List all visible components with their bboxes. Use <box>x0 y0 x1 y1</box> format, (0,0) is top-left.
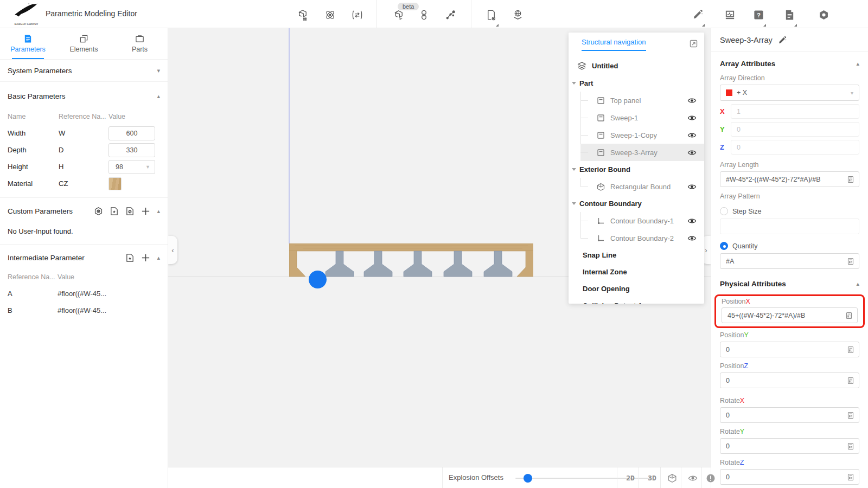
height-value-select[interactable]: 98 ▼ <box>108 160 155 174</box>
array-attributes-header[interactable]: Array Attributes ▴ <box>711 52 868 72</box>
intermediate-row-a[interactable]: A #floor((#W-45... <box>0 285 168 302</box>
warnings-button[interactable] <box>702 467 719 488</box>
view-3d-button[interactable]: 3D <box>641 467 663 488</box>
position-y-input[interactable] <box>726 346 847 354</box>
tree-group-exterior-bound[interactable]: Exterior Bound <box>569 161 704 178</box>
axis-y-input[interactable] <box>737 126 853 133</box>
chevron-up-icon[interactable]: ▴ <box>157 254 160 261</box>
structural-navigation-tab[interactable]: Structural navigation <box>582 38 646 51</box>
divider <box>0 244 168 245</box>
cube-fx-icon[interactable] <box>392 8 406 22</box>
add-parameter-icon[interactable] <box>141 253 150 262</box>
swap-icon[interactable] <box>350 8 364 22</box>
visibility-eye-icon[interactable] <box>687 96 697 105</box>
add-parameter-icon[interactable] <box>141 207 150 216</box>
visibility-toggle-button[interactable] <box>682 467 703 488</box>
formula-calculator-icon[interactable] <box>847 442 854 450</box>
position-x-input[interactable] <box>727 312 845 319</box>
tree-item-sweep-3-array[interactable]: Sweep-3-Array <box>580 144 704 161</box>
isometric-cube-button[interactable] <box>662 467 682 488</box>
tab-elements[interactable]: Elements <box>56 28 112 59</box>
sidebar-collapse-handle[interactable]: ‹ <box>168 236 177 264</box>
pencil-icon[interactable] <box>690 8 704 22</box>
array-length-label: Array Length <box>711 159 868 171</box>
atom-icon[interactable] <box>323 8 337 22</box>
material-swatch[interactable] <box>108 177 122 190</box>
chevron-up-icon[interactable]: ▴ <box>157 208 160 215</box>
formula-calculator-icon[interactable] <box>847 412 854 419</box>
intermediate-row-b[interactable]: B #floor((#W-45... <box>0 302 168 319</box>
tree-item-sweep-1-copy[interactable]: Sweep-1-Copy <box>580 126 704 144</box>
preview-hex-icon[interactable] <box>94 207 103 216</box>
position-z-input[interactable] <box>726 377 847 384</box>
formula-calculator-icon[interactable] <box>847 473 854 481</box>
visibility-eye-icon[interactable] <box>687 182 697 191</box>
rotate-z-input[interactable] <box>726 473 847 481</box>
system-parameters-header[interactable]: System Parameters ▾ <box>0 60 168 81</box>
globe-layers-icon[interactable] <box>510 8 525 22</box>
visibility-eye-icon[interactable] <box>687 148 697 157</box>
quantity-radio-row[interactable]: Quantity <box>711 234 868 253</box>
visibility-eye-icon[interactable] <box>687 113 697 123</box>
tree-group-snap-line[interactable]: Snap Line <box>574 247 704 264</box>
step-size-radio[interactable] <box>720 207 728 215</box>
tree-item-contour-boundary-2[interactable]: Contour Boundary-2 <box>580 229 704 247</box>
step-size-input[interactable] <box>726 223 854 230</box>
depth-value-input[interactable] <box>108 143 155 157</box>
formula-calculator-icon[interactable] <box>847 377 854 384</box>
model-3d-view[interactable] <box>289 243 533 277</box>
import-star-icon[interactable] <box>125 253 135 262</box>
tree-item-label: Sweep-1-Copy <box>610 131 657 139</box>
settings-nut-icon[interactable] <box>816 8 831 22</box>
tree-root-untitled[interactable]: Untitled <box>569 56 704 75</box>
tab-parameters[interactable]: Parameters <box>0 28 56 59</box>
axis-z-input[interactable] <box>737 144 853 151</box>
visibility-eye-icon[interactable] <box>687 234 697 243</box>
import-star-icon[interactable] <box>110 207 119 216</box>
tree-item-top-panel[interactable]: Top panel <box>580 92 704 109</box>
activity-icon[interactable] <box>723 8 737 22</box>
formula-calculator-icon[interactable] <box>847 346 854 354</box>
tree-item-sweep-1[interactable]: Sweep-1 <box>580 109 704 126</box>
array-direction-select[interactable]: + X ▾ <box>720 85 859 101</box>
tree-item-rectangular-bound[interactable]: Rectangular Bound <box>580 178 704 195</box>
basic-parameters-header[interactable]: Basic Parameters ▴ <box>0 85 168 107</box>
cube-array-icon[interactable] <box>296 8 310 22</box>
tree-group-door-opening[interactable]: Door Opening <box>574 280 704 297</box>
tree-group-part[interactable]: Part <box>569 75 704 92</box>
tree-group-collision-detect-area[interactable]: Collision Detect Area <box>574 297 704 304</box>
help-icon[interactable]: ? <box>751 8 765 22</box>
view-2d-button[interactable]: 2D <box>620 467 641 488</box>
part-attributes-header[interactable]: Part Attributes ▴ <box>711 485 868 488</box>
app-logo[interactable]: SeaGull Cabinet <box>10 2 42 27</box>
array-length-input[interactable] <box>726 176 847 183</box>
node-graph-icon[interactable] <box>443 8 457 22</box>
formula-calculator-icon[interactable] <box>847 258 854 265</box>
expand-panel-icon[interactable] <box>690 40 698 50</box>
document-gear-icon[interactable] <box>484 8 498 22</box>
origin-marker-dot[interactable] <box>309 271 327 288</box>
rotate-y-input[interactable] <box>726 442 847 450</box>
quantity-radio[interactable] <box>720 242 728 250</box>
divider <box>639 467 639 488</box>
step-size-radio-row[interactable]: Step Size <box>711 203 868 219</box>
explosion-slider-thumb[interactable] <box>524 474 532 483</box>
sweep-ribs <box>326 251 512 277</box>
export-circle-icon[interactable] <box>125 207 135 216</box>
tree-group-contour-boundary[interactable]: Contour Boundary <box>569 195 704 212</box>
tree-group-internal-zone[interactable]: Internal Zone <box>574 264 704 280</box>
rename-pencil-icon[interactable] <box>778 36 787 44</box>
quantity-input[interactable] <box>726 258 847 265</box>
width-value-input[interactable] <box>108 126 155 140</box>
tab-parts[interactable]: Parts <box>112 28 168 59</box>
formula-calculator-icon[interactable] <box>847 176 854 183</box>
visibility-eye-icon[interactable] <box>687 216 697 226</box>
physical-attributes-header[interactable]: Physical Attributes ▴ <box>711 269 868 292</box>
rotate-x-input[interactable] <box>726 412 847 419</box>
link-icon[interactable] <box>417 8 431 22</box>
formula-calculator-icon[interactable] <box>845 312 853 319</box>
document-icon[interactable] <box>782 8 796 22</box>
tree-item-contour-boundary-1[interactable]: Contour Boundary-1 <box>580 212 704 229</box>
axis-x-input[interactable] <box>737 108 853 115</box>
visibility-eye-icon[interactable] <box>687 131 697 140</box>
